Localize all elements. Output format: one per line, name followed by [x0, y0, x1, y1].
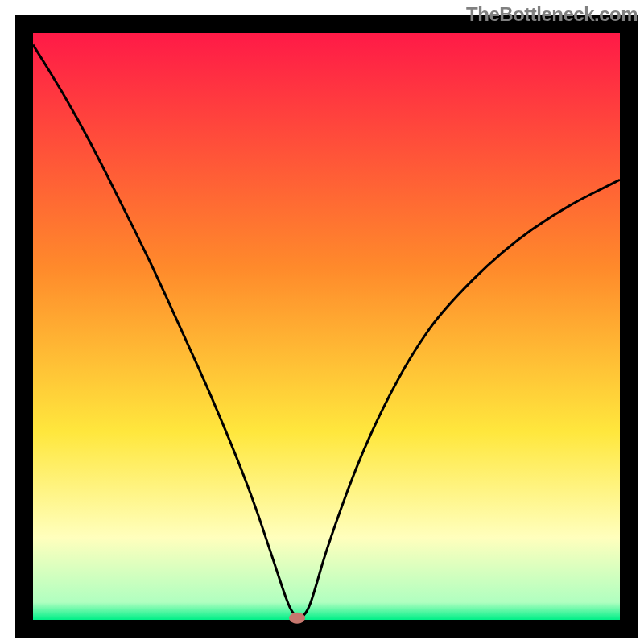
watermark-text: TheBottleneck.com [466, 3, 638, 26]
bottleneck-chart: TheBottleneck.com [0, 0, 644, 644]
plot-background [33, 33, 620, 620]
min-marker [289, 613, 305, 624]
chart-svg [0, 0, 644, 644]
